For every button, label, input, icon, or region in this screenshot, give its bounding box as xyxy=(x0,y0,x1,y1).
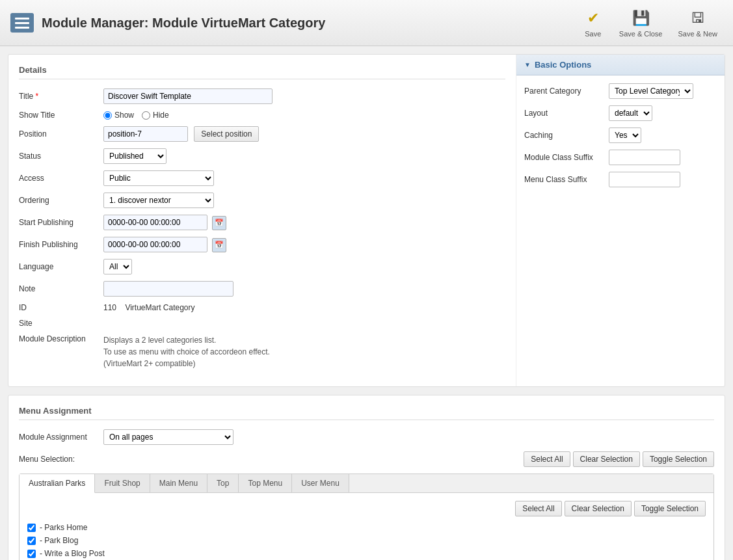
inner-clear-selection-button[interactable]: Clear Selection xyxy=(565,501,632,516)
menu-item-write-blog-checkbox[interactable] xyxy=(27,550,36,558)
save-button[interactable]: ✔ Save xyxy=(578,5,609,40)
selection-buttons: Select All Clear Selection Toggle Select… xyxy=(524,451,714,467)
finish-publishing-calendar-button[interactable]: 📅 xyxy=(212,238,226,252)
menu-class-suffix-input[interactable] xyxy=(609,172,680,187)
position-row: Position Select position xyxy=(19,126,505,142)
inner-toggle-selection-button[interactable]: Toggle Selection xyxy=(634,501,706,516)
menu-class-suffix-row: Menu Class Suffix xyxy=(524,172,717,187)
layout-label: Layout xyxy=(524,109,609,118)
ordering-row: Ordering 1. discover nextor xyxy=(19,193,505,208)
tab-top[interactable]: Top xyxy=(207,474,239,492)
note-label: Note xyxy=(19,284,103,293)
language-select[interactable]: All xyxy=(103,259,132,274)
language-row: Language All xyxy=(19,259,505,274)
finish-publishing-input[interactable] xyxy=(103,237,207,252)
position-control: Select position xyxy=(103,126,505,142)
tab-user-menu[interactable]: User Menu xyxy=(292,474,349,492)
menu-tabs-container: Australian Parks Fruit Shop Main Menu To… xyxy=(19,473,714,560)
menu-item-write-blog: - Write a Blog Post xyxy=(27,549,706,558)
toolbar: ✔ Save 💾 Save & Close 🖫 Save & New xyxy=(578,5,723,40)
layout-select[interactable]: default xyxy=(609,105,652,121)
note-control xyxy=(103,281,505,297)
position-label: Position xyxy=(19,129,103,139)
access-label: Access xyxy=(19,174,103,183)
menu-item-parks-home-label: - Parks Home xyxy=(40,523,87,532)
save-close-icon: 💾 xyxy=(630,8,651,29)
required-indicator: * xyxy=(36,92,39,101)
title-control xyxy=(103,88,505,104)
module-class-suffix-control xyxy=(609,150,717,165)
language-control: All xyxy=(103,259,505,274)
module-assignment-label: Module Assignment xyxy=(19,433,103,442)
start-publishing-row: Start Publishing 📅 xyxy=(19,215,505,230)
menu-item-write-blog-label: - Write a Blog Post xyxy=(40,549,105,558)
position-input[interactable] xyxy=(103,126,188,142)
save-new-button[interactable]: 🖫 Save & New xyxy=(673,5,723,40)
tab-fruit-shop[interactable]: Fruit Shop xyxy=(95,474,150,492)
note-input[interactable] xyxy=(103,281,233,297)
module-class-suffix-input[interactable] xyxy=(609,150,680,165)
module-desc-label: Module Description xyxy=(19,334,103,343)
title-row: Title * xyxy=(19,88,505,104)
parent-category-control: Top Level Category xyxy=(609,83,717,99)
show-label-text: Show xyxy=(114,111,134,120)
module-assignment-row: Module Assignment On all pages No pages … xyxy=(19,429,714,445)
toggle-selection-button[interactable]: Toggle Selection xyxy=(643,451,714,467)
module-assignment-control: On all pages No pages Only on the pages … xyxy=(103,429,233,445)
ordering-control: 1. discover nextor xyxy=(103,193,505,208)
save-label: Save xyxy=(585,30,601,38)
chevron-icon: ▼ xyxy=(524,61,531,68)
save-close-label: Save & Close xyxy=(619,30,663,38)
select-position-button[interactable]: Select position xyxy=(194,126,259,142)
title-input[interactable] xyxy=(103,88,273,104)
module-desc-line2: To use as menu with choice of accordeon … xyxy=(103,346,505,358)
status-select[interactable]: Published Unpublished xyxy=(103,148,167,164)
finish-publishing-label: Finish Publishing xyxy=(19,240,103,249)
menu-class-suffix-control xyxy=(609,172,717,187)
details-title: Details xyxy=(19,65,505,79)
menu-selection-row: Menu Selection: Select All Clear Selecti… xyxy=(19,451,714,467)
save-close-button[interactable]: 💾 Save & Close xyxy=(614,5,668,40)
parent-category-label: Parent Category xyxy=(524,87,609,96)
caching-select[interactable]: Yes No xyxy=(609,127,641,143)
id-row: ID 110 VirtueMart Category xyxy=(19,303,505,312)
tab-top-menu[interactable]: Top Menu xyxy=(239,474,292,492)
start-publishing-input[interactable] xyxy=(103,215,207,230)
parent-category-select[interactable]: Top Level Category xyxy=(609,83,693,99)
access-select[interactable]: Public Registered Special xyxy=(103,170,214,186)
basic-options-body: Parent Category Top Level Category Layou… xyxy=(516,75,725,202)
parent-category-row: Parent Category Top Level Category xyxy=(524,83,717,99)
menu-item-parks-home-checkbox[interactable] xyxy=(27,524,36,532)
start-publishing-label: Start Publishing xyxy=(19,218,103,227)
ordering-select[interactable]: 1. discover nextor xyxy=(103,193,214,208)
details-section: Details Title * Show Title xyxy=(8,55,516,386)
module-assignment-select[interactable]: On all pages No pages Only on the pages … xyxy=(103,429,233,445)
tab-australian-parks[interactable]: Australian Parks xyxy=(20,474,95,493)
start-publishing-calendar-button[interactable]: 📅 xyxy=(212,216,226,230)
hide-radio[interactable] xyxy=(142,111,150,120)
select-all-button[interactable]: Select All xyxy=(524,451,570,467)
language-label: Language xyxy=(19,262,103,271)
caching-row: Caching Yes No xyxy=(524,127,717,143)
details-panel: Details Title * Show Title xyxy=(8,54,725,387)
clear-selection-button[interactable]: Clear Selection xyxy=(573,451,640,467)
id-label: ID xyxy=(19,303,103,312)
id-value: 110 VirtueMart Category xyxy=(103,303,505,312)
tab-main-menu[interactable]: Main Menu xyxy=(150,474,207,492)
menu-item-park-blog-checkbox[interactable] xyxy=(27,537,36,545)
show-radio[interactable] xyxy=(103,111,112,120)
menu-tabs-header: Australian Parks Fruit Shop Main Menu To… xyxy=(20,474,713,493)
module-desc-row: Module Description Displays a 2 level ca… xyxy=(19,334,505,369)
inner-select-all-button[interactable]: Select All xyxy=(515,501,561,516)
hide-radio-label[interactable]: Hide xyxy=(142,111,169,120)
status-control: Published Unpublished xyxy=(103,148,505,164)
menu-class-suffix-label: Menu Class Suffix xyxy=(524,175,609,184)
menu-assignment-panel: Menu Assignment Module Assignment On all… xyxy=(8,395,725,560)
site-label: Site xyxy=(19,319,103,328)
finish-publishing-control: 📅 xyxy=(103,237,505,252)
menu-item-parks-home: - Parks Home xyxy=(27,523,706,532)
show-radio-label[interactable]: Show xyxy=(103,111,134,120)
title-label: Title * xyxy=(19,92,103,101)
basic-options-section: ▼ Basic Options Parent Category Top Leve… xyxy=(516,55,725,386)
module-class-suffix-label: Module Class Suffix xyxy=(524,153,609,162)
